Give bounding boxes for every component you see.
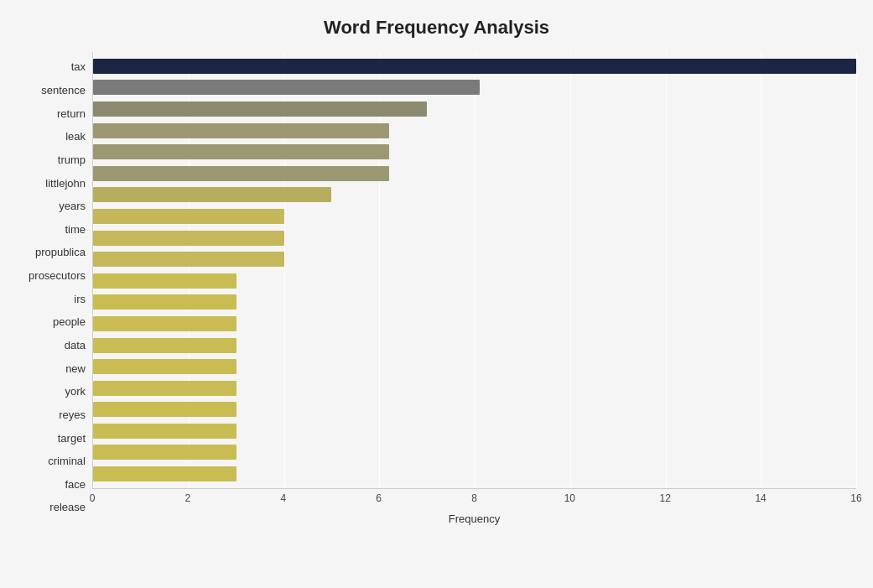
bar-row <box>93 57 856 75</box>
bar <box>93 101 427 117</box>
bar <box>93 273 236 289</box>
bars-section <box>92 52 856 489</box>
x-axis-title: Frequency <box>92 513 856 525</box>
x-tick-label: 14 <box>755 492 766 504</box>
bar <box>93 231 284 246</box>
y-label: data <box>65 335 86 356</box>
bar <box>93 166 389 181</box>
x-tick-label: 2 <box>185 492 191 504</box>
x-tick-label: 0 <box>90 492 96 504</box>
y-label: release <box>49 497 86 518</box>
bar-row <box>93 315 856 333</box>
y-label: years <box>59 195 86 217</box>
y-label: face <box>65 473 86 495</box>
bar-row <box>93 357 856 376</box>
bar-row <box>93 293 856 311</box>
bar-row <box>93 250 856 268</box>
bar-row <box>93 272 856 290</box>
bars-wrapper <box>93 52 856 488</box>
bar-row <box>93 100 856 118</box>
x-tick-label: 16 <box>850 492 861 504</box>
bar-row <box>93 207 856 226</box>
y-label: propublica <box>35 242 86 263</box>
x-tick-label: 8 <box>471 492 477 504</box>
y-label: sentence <box>41 79 86 101</box>
bar <box>93 338 236 353</box>
x-tick-label: 4 <box>280 492 286 504</box>
bar <box>93 294 236 310</box>
y-label: new <box>65 357 86 379</box>
bar <box>93 402 236 417</box>
bar <box>93 144 389 159</box>
plot-area: 0246810121416 Frequency <box>92 52 856 523</box>
bar-row <box>93 78 856 96</box>
y-label: littlejohn <box>45 172 86 194</box>
bar <box>93 59 856 74</box>
bar-row <box>93 465 856 483</box>
y-label: time <box>65 218 86 240</box>
y-label: leak <box>65 126 86 148</box>
y-label: return <box>57 102 86 124</box>
y-label: target <box>58 427 86 449</box>
y-label: people <box>53 311 86 333</box>
bar-row <box>93 122 856 140</box>
bar-row <box>93 400 856 419</box>
chart-title: Word Frequency Analysis <box>17 17 856 39</box>
bar-row <box>93 164 856 183</box>
y-label: prosecutors <box>29 265 86 287</box>
chart-container: Word Frequency Analysis taxsentenceretur… <box>0 0 873 588</box>
bar <box>93 187 331 202</box>
x-tick-label: 10 <box>564 492 575 504</box>
bar <box>93 381 236 396</box>
bar <box>93 466 236 481</box>
chart-area: taxsentencereturnleaktrumplittlejohnyear… <box>17 52 856 523</box>
bar-row <box>93 185 856 204</box>
bar <box>93 445 236 460</box>
bar <box>93 359 236 374</box>
bar-row <box>93 443 856 461</box>
y-label: york <box>65 381 86 403</box>
x-axis: 0246810121416 Frequency <box>92 489 856 523</box>
bar-row <box>93 336 856 355</box>
bar <box>93 316 236 331</box>
x-tick-label: 6 <box>376 492 382 504</box>
y-label: irs <box>74 288 86 310</box>
bar-row <box>93 229 856 247</box>
x-tick-label: 12 <box>660 492 671 504</box>
bar <box>93 80 480 95</box>
bar-row <box>93 143 856 161</box>
y-label: criminal <box>48 450 86 472</box>
bar-row <box>93 422 856 440</box>
bar-row <box>93 379 856 398</box>
y-axis: taxsentencereturnleaktrumplittlejohnyear… <box>17 52 92 523</box>
y-label: reyes <box>59 403 86 425</box>
bar <box>93 424 236 439</box>
y-label: trump <box>58 148 86 170</box>
y-label: tax <box>71 56 86 78</box>
bar <box>93 252 284 267</box>
grid-line <box>856 52 857 488</box>
bar <box>93 209 284 224</box>
bar <box>93 123 389 138</box>
